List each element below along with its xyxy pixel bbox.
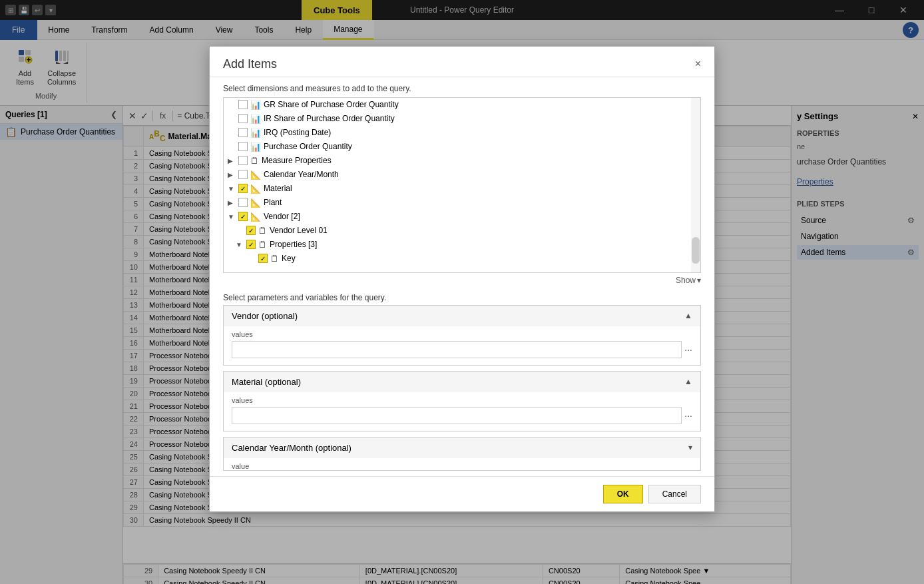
- dim-icon-calendar: 📐: [250, 170, 261, 180]
- label-material: Material: [264, 184, 696, 193]
- param-material-header[interactable]: Material (optional) ▲: [224, 372, 700, 392]
- tree-item-vendor-level01[interactable]: 🗒 Vendor Level 01: [224, 224, 700, 238]
- measure-icon-ir: 📊: [250, 114, 261, 124]
- tree-scrollbar[interactable]: [691, 98, 700, 272]
- label-poq: Purchase Order Quantity: [264, 142, 696, 151]
- props-icon-properties: 🗒: [258, 240, 267, 250]
- expand-vendor[interactable]: ▼: [228, 213, 236, 220]
- param-vendor-chevron: ▲: [684, 311, 692, 320]
- expand-material[interactable]: ▼: [228, 185, 236, 192]
- tree-item-ir-share[interactable]: 📊 IR Share of Purchase Order Quantity: [224, 112, 700, 126]
- label-plant: Plant: [264, 198, 696, 207]
- param-vendor-input-row: ···: [232, 341, 692, 358]
- tree-item-properties[interactable]: ▼ 🗒 Properties [3]: [224, 238, 700, 252]
- param-material-title: Material (optional): [232, 377, 301, 387]
- tree-item-material[interactable]: ▼ 📐 Material: [224, 182, 700, 196]
- modal-footer: OK Cancel: [210, 476, 714, 511]
- param-calendar: Calendar Year/Month (optional) ▾ value: [223, 437, 701, 471]
- param-calendar-body: value: [224, 458, 700, 470]
- tree-item-poq[interactable]: 📊 Purchase Order Quantity: [224, 140, 700, 154]
- show-label: Show: [676, 276, 696, 285]
- key-icon: 🗒: [270, 254, 279, 264]
- show-chevron: ▾: [697, 276, 701, 285]
- modal-header: Add Items ×: [210, 47, 714, 77]
- label-vendor: Vendor [2]: [264, 212, 696, 221]
- label-irq: IRQ (Posting Date): [264, 128, 696, 137]
- measure-icon-poq: 📊: [250, 142, 261, 152]
- expand-plant[interactable]: ▶: [228, 199, 236, 206]
- param-calendar-title: Calendar Year/Month (optional): [232, 443, 351, 453]
- checkbox-irq[interactable]: [238, 128, 248, 137]
- checkbox-vendor-level01[interactable]: [246, 226, 256, 235]
- tree-item-calendar[interactable]: ▶ 📐 Calendar Year/Month: [224, 168, 700, 182]
- param-material-chevron: ▲: [684, 377, 692, 386]
- tree-item-gr-share[interactable]: 📊 GR Share of Purchase Order Quantity: [224, 98, 700, 112]
- param-material-label: values: [232, 396, 692, 404]
- checkbox-poq[interactable]: [238, 142, 248, 151]
- param-vendor-title: Vendor (optional): [232, 311, 298, 321]
- checkbox-gr-share[interactable]: [238, 100, 248, 109]
- tree-item-irq[interactable]: 📊 IRQ (Posting Date): [224, 126, 700, 140]
- modal-body: Select dimensions and measures to add to…: [210, 77, 714, 476]
- checkbox-plant[interactable]: [238, 198, 248, 207]
- dim-icon-vendor: 📐: [250, 212, 261, 222]
- label-key: Key: [282, 254, 696, 263]
- label-gr-share: GR Share of Purchase Order Quantity: [264, 100, 696, 109]
- modal-title: Add Items: [223, 57, 277, 71]
- param-calendar-label: value: [232, 462, 692, 470]
- param-vendor-input[interactable]: [232, 341, 682, 358]
- param-material-dots[interactable]: ···: [684, 410, 692, 421]
- expand-measure-props[interactable]: ▶: [228, 157, 236, 164]
- tree-item-plant[interactable]: ▶ 📐 Plant: [224, 196, 700, 210]
- param-material-input-row: ···: [232, 407, 692, 424]
- label-calendar: Calendar Year/Month: [264, 170, 696, 179]
- expand-properties[interactable]: ▼: [236, 241, 244, 248]
- label-measure-props: Measure Properties: [262, 156, 696, 165]
- param-vendor-header[interactable]: Vendor (optional) ▲: [224, 306, 700, 326]
- tree-container: 📊 GR Share of Purchase Order Quantity 📊 …: [223, 97, 701, 273]
- group-icon-measure-props: 🗒: [250, 156, 259, 166]
- show-link[interactable]: Show ▾: [676, 276, 701, 285]
- modal-overlay: Add Items × Select dimensions and measur…: [0, 0, 924, 584]
- param-material: Material (optional) ▲ values ···: [223, 371, 701, 432]
- checkbox-properties[interactable]: [246, 240, 256, 249]
- param-vendor: Vendor (optional) ▲ values ···: [223, 305, 701, 366]
- dim-icon-plant: 📐: [250, 198, 261, 208]
- dim-icon-material: 📐: [250, 184, 261, 194]
- level-icon-vendor-level01: 🗒: [258, 226, 267, 236]
- label-ir-share: IR Share of Purchase Order Quantity: [264, 114, 696, 123]
- param-material-input[interactable]: [232, 407, 682, 424]
- expand-calendar[interactable]: ▶: [228, 171, 236, 178]
- param-calendar-header[interactable]: Calendar Year/Month (optional) ▾: [224, 438, 700, 458]
- checkbox-ir-share[interactable]: [238, 114, 248, 123]
- params-subtitle: Select parameters and variables for the …: [210, 288, 714, 305]
- param-calendar-chevron: ▾: [688, 443, 692, 452]
- cancel-button[interactable]: Cancel: [648, 485, 701, 503]
- param-vendor-label: values: [232, 330, 692, 338]
- checkbox-calendar[interactable]: [238, 170, 248, 179]
- checkbox-material[interactable]: [238, 184, 248, 193]
- tree-item-measure-props[interactable]: ▶ 🗒 Measure Properties: [224, 154, 700, 168]
- add-items-modal: Add Items × Select dimensions and measur…: [209, 46, 715, 512]
- modal-subtitle: Select dimensions and measures to add to…: [210, 77, 714, 97]
- show-row: Show ▾: [210, 273, 714, 288]
- measure-icon-irq: 📊: [250, 128, 261, 138]
- label-properties: Properties [3]: [270, 240, 696, 249]
- param-material-body: values ···: [224, 392, 700, 431]
- param-vendor-body: values ···: [224, 326, 700, 365]
- tree-scroll-thumb: [692, 237, 700, 264]
- modal-close-btn[interactable]: ×: [695, 58, 701, 70]
- checkbox-key[interactable]: [258, 254, 268, 263]
- tree-item-vendor[interactable]: ▼ 📐 Vendor [2]: [224, 210, 700, 224]
- measure-icon-gr: 📊: [250, 100, 261, 110]
- ok-button[interactable]: OK: [603, 485, 643, 503]
- tree-item-key[interactable]: 🗒 Key: [224, 252, 700, 266]
- checkbox-vendor[interactable]: [238, 212, 248, 221]
- checkbox-measure-props[interactable]: [238, 156, 248, 165]
- param-vendor-dots[interactable]: ···: [684, 344, 692, 355]
- label-vendor-level01: Vendor Level 01: [270, 226, 696, 235]
